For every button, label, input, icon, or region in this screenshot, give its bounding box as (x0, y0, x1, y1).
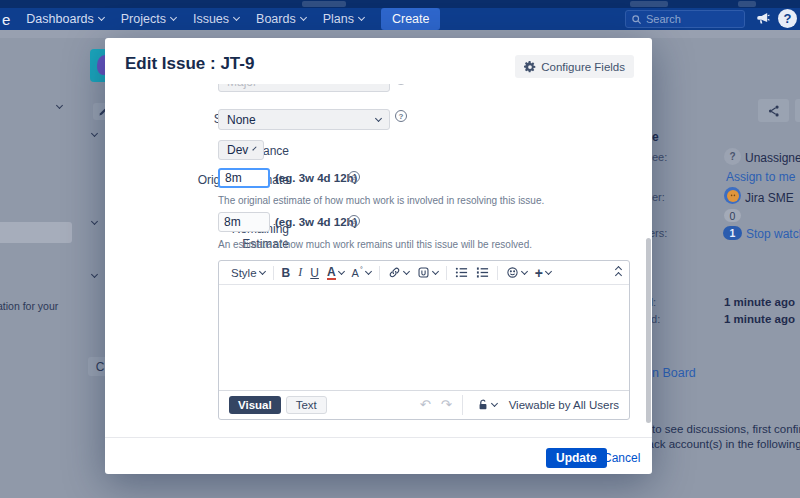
assign-to-me-link[interactable]: Assign to me (726, 170, 795, 184)
comment-editor: Style B I U A A° (218, 260, 630, 420)
footer-divider (462, 395, 463, 415)
toolbar-divider (379, 266, 380, 280)
chevron-down-icon (375, 114, 382, 121)
chevron-down-icon (358, 14, 365, 21)
help-icon[interactable]: ? (348, 171, 360, 183)
share-button[interactable] (758, 99, 789, 122)
link-icon (388, 266, 401, 279)
tab-visual[interactable]: Visual (229, 396, 281, 414)
text-styles-button[interactable]: A° (348, 267, 375, 279)
chevron-down-icon[interactable] (91, 218, 98, 225)
bold-button[interactable]: B (278, 266, 295, 280)
nav-issues[interactable]: Issues (193, 12, 239, 26)
nav-projects[interactable]: Projects (121, 12, 176, 26)
unlock-icon (477, 398, 489, 411)
nav-projects-label: Projects (121, 12, 166, 26)
remaining-estimate-input[interactable] (218, 212, 270, 232)
screen: { "nav": { "logo_partial": "e", "items":… (0, 0, 800, 498)
redo-button[interactable]: ↷ (441, 397, 452, 412)
attach-button[interactable] (413, 266, 442, 279)
bullet-list-icon (455, 266, 468, 279)
italic-button[interactable]: I (294, 265, 306, 280)
update-button[interactable]: Update (546, 448, 607, 468)
underline-button[interactable]: U (306, 266, 323, 280)
toolbar-button-partial[interactable] (795, 99, 800, 122)
comment-textarea[interactable] (219, 285, 629, 390)
instance-select[interactable]: Dev (218, 140, 264, 160)
chevron-down-icon (521, 267, 528, 274)
edit-issue-modal: Edit Issue : JT-9 Configure Fields Major… (105, 38, 652, 474)
comment-editor-footer: Visual Text ↶ ↷ Viewable by All Users (219, 390, 629, 418)
emoji-icon (506, 266, 519, 279)
reporter-value: Jira SME (745, 191, 794, 205)
numbered-list-icon (476, 266, 489, 279)
insert-more-button[interactable]: + (531, 265, 555, 281)
original-estimate-description: The original estimate of how much work i… (218, 195, 544, 206)
security-level-select[interactable]: None (218, 109, 390, 130)
comment-visibility-button[interactable] (473, 398, 501, 411)
create-button[interactable]: Create (381, 8, 441, 30)
tab-text[interactable]: Text (286, 396, 327, 414)
votes-badge[interactable]: 0 (724, 209, 741, 222)
search-icon (631, 14, 642, 25)
board-link-partial[interactable]: n Board (652, 366, 696, 380)
help-icon[interactable]: ? (778, 9, 797, 28)
nav-plans-label: Plans (323, 12, 354, 26)
megaphone-icon[interactable] (755, 11, 770, 29)
chevron-down-icon[interactable] (91, 130, 98, 137)
chevron-down-icon[interactable] (91, 271, 98, 278)
notice-line-2: lack account(s) in the following w (645, 438, 800, 450)
instance-value: Dev (227, 143, 248, 157)
original-estimate-input[interactable] (218, 168, 270, 188)
visibility-label: Viewable by All Users (509, 399, 619, 411)
toolbar-divider (273, 266, 274, 280)
help-icon[interactable]: ? (348, 215, 360, 227)
chevron-down-icon[interactable] (56, 102, 63, 109)
gear-icon (524, 61, 536, 73)
reporter-label-partial: er: (652, 191, 665, 203)
attachment-icon (417, 266, 430, 279)
undo-button[interactable]: ↶ (420, 397, 431, 412)
remaining-estimate-description: An estimate of how much work remains unt… (218, 239, 532, 250)
chevron-down-icon (98, 14, 105, 21)
nav-dashboards[interactable]: Dashboards (26, 12, 103, 26)
notice-line-1: r to see discussions, first confirm (645, 423, 800, 435)
comment-toolbar: Style B I U A A° (219, 261, 629, 285)
text-color-button[interactable]: A (323, 266, 348, 280)
chevron-up-icon (615, 272, 622, 279)
priority-value-partial: Major (227, 84, 257, 89)
search-box[interactable] (625, 10, 745, 28)
chevron-down-icon (338, 267, 345, 274)
reporter-avatar-face (727, 190, 739, 202)
help-icon[interactable]: ? (395, 84, 407, 85)
nav-plans[interactable]: Plans (323, 12, 364, 26)
toolbar-divider (446, 266, 447, 280)
modal-scrollbar-thumb[interactable] (646, 238, 651, 423)
edit-issue-form: Major ? Security Level None ? Instance D… (105, 84, 646, 437)
chevron-down-icon (253, 146, 257, 150)
stop-watching-link[interactable]: Stop watching (746, 227, 800, 241)
face-icon (729, 192, 737, 200)
watchers-badge[interactable]: 1 (723, 226, 742, 240)
emoji-button[interactable] (502, 266, 531, 279)
nav-boards[interactable]: Boards (256, 12, 306, 26)
bullet-list-button[interactable] (451, 266, 472, 279)
numbered-list-button[interactable] (472, 266, 493, 279)
people-header-partial: e (652, 130, 659, 144)
configure-fields-button[interactable]: Configure Fields (515, 55, 634, 78)
browser-top-strip (0, 0, 800, 8)
fontstyle-a-glyph: A (352, 267, 359, 279)
security-level-value: None (227, 113, 256, 127)
chevron-down-icon (545, 267, 552, 274)
search-input[interactable] (646, 13, 731, 25)
help-icon[interactable]: ? (395, 110, 407, 122)
toolbar-divider (497, 266, 498, 280)
style-dropdown[interactable]: Style (227, 267, 269, 279)
link-button[interactable] (384, 266, 413, 279)
collapse-toolbar-button[interactable] (616, 267, 621, 278)
priority-select-clipped[interactable]: Major (218, 84, 390, 92)
cancel-link[interactable]: Cancel (603, 451, 640, 465)
chevron-down-icon (432, 267, 439, 274)
modal-title: Edit Issue : JT-9 (125, 54, 254, 74)
chevron-down-icon (170, 14, 177, 21)
